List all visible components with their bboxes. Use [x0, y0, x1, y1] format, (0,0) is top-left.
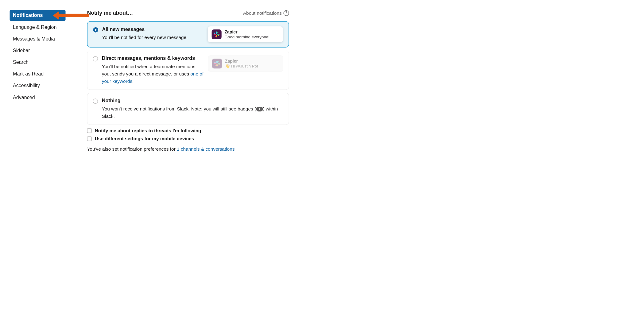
channel-preferences-note: You've also set notification preferences… [87, 146, 289, 152]
sidebar-item-mark-as-read[interactable]: Mark as Read [10, 68, 66, 79]
radio-direct-messages[interactable] [93, 56, 98, 61]
slack-icon [212, 59, 222, 68]
option-nothing[interactable]: Nothing You won't receive notifications … [87, 93, 289, 125]
wave-emoji-icon: 👋 [225, 64, 230, 68]
preview-message: Good morning everyone! [225, 34, 279, 39]
option-title: All new messages [102, 26, 204, 32]
sidebar-item-label: Language & Region [13, 24, 56, 30]
option-desc: You won't receive notifications from Sla… [102, 105, 283, 120]
notification-preview: Zapier 👋Hi @Justin Pot [208, 56, 283, 72]
sidebar-item-sidebar[interactable]: Sidebar [10, 45, 66, 56]
svg-point-6 [217, 32, 219, 33]
svg-point-14 [218, 61, 219, 62]
checkbox-label: Use different settings for my mobile dev… [95, 136, 194, 141]
sidebar-item-messages-media[interactable]: Messages & Media [10, 33, 66, 44]
sidebar-item-label: Search [13, 59, 29, 65]
sidebar-item-label: Messages & Media [13, 36, 55, 41]
svg-point-16 [215, 65, 216, 66]
help-icon: ? [283, 10, 289, 16]
preview-message: 👋Hi @Justin Pot [225, 64, 279, 68]
svg-point-7 [218, 35, 219, 36]
option-desc: You'll be notified when a teammate menti… [102, 63, 204, 85]
sidebar-item-advanced[interactable]: Advanced [10, 92, 66, 102]
about-notifications-label: About notifications [243, 10, 282, 16]
checkbox-mobile-settings[interactable]: Use different settings for my mobile dev… [87, 136, 289, 141]
checkbox-input[interactable] [87, 128, 92, 133]
option-all-new-messages[interactable]: All new messages You'll be notified for … [87, 21, 289, 47]
svg-rect-5 [214, 34, 216, 35]
preview-app-name: Zapier [225, 59, 279, 64]
checkbox-thread-replies[interactable]: Notify me about replies to threads I'm f… [87, 128, 289, 133]
notification-preview: Zapier Good morning everyone! [208, 26, 283, 42]
sidebar-item-notifications[interactable]: Notifications [10, 10, 66, 21]
svg-rect-2 [216, 31, 217, 34]
checkbox-input[interactable] [87, 137, 92, 141]
svg-rect-3 [217, 34, 220, 35]
checkbox-label: Notify me about replies to threads I'm f… [95, 128, 201, 133]
svg-point-17 [214, 62, 215, 63]
svg-rect-4 [216, 35, 217, 37]
badge-count-icon: 1 [256, 107, 263, 111]
option-title: Direct messages, mentions & keywords [102, 56, 204, 61]
svg-rect-12 [216, 64, 218, 67]
svg-rect-13 [214, 63, 216, 64]
about-notifications-link[interactable]: About notifications ? [243, 10, 289, 16]
main-content: Notify me about… About notifications ? A… [87, 10, 289, 152]
section-title: Notify me about… [87, 10, 133, 16]
sidebar-item-label: Sidebar [13, 48, 30, 53]
radio-all-new-messages[interactable] [93, 27, 98, 33]
sidebar-item-label: Notifications [13, 13, 43, 18]
option-desc: You'll be notified for every new message… [102, 34, 204, 41]
option-title: Nothing [102, 98, 283, 104]
svg-point-8 [215, 36, 216, 37]
svg-rect-11 [218, 63, 220, 64]
sidebar-item-language-region[interactable]: Language & Region [10, 21, 66, 32]
svg-rect-10 [216, 61, 218, 63]
option-direct-messages[interactable]: Direct messages, mentions & keywords You… [87, 51, 289, 90]
channels-conversations-link[interactable]: 1 channels & conversations [177, 146, 235, 152]
svg-point-15 [219, 64, 220, 65]
preview-app-name: Zapier [225, 29, 279, 34]
preferences-sidebar: Notifications Language & Region Messages… [10, 10, 66, 152]
sidebar-item-accessibility[interactable]: Accessibility [10, 80, 66, 91]
svg-point-9 [214, 33, 215, 34]
slack-icon [212, 29, 222, 39]
sidebar-item-label: Mark as Read [13, 71, 44, 76]
sidebar-item-label: Advanced [13, 95, 35, 100]
sidebar-item-search[interactable]: Search [10, 57, 66, 68]
sidebar-item-label: Accessibility [13, 83, 40, 88]
radio-nothing[interactable] [93, 98, 98, 104]
